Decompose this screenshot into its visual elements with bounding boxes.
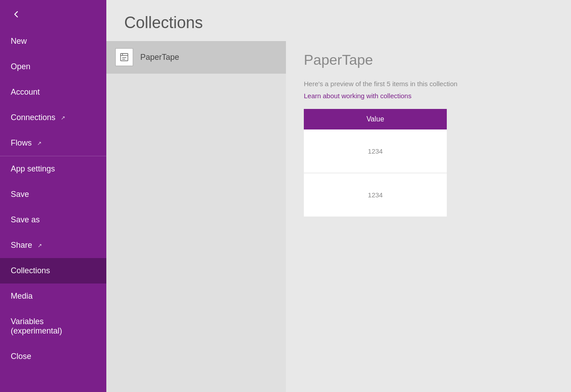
back-button[interactable] — [0, 0, 106, 29]
collection-item-papertape[interactable]: PaperTape — [106, 41, 286, 74]
sidebar-item-flows[interactable]: Flows ↗ — [0, 130, 106, 156]
preview-panel: PaperTape Here's a preview of the first … — [286, 41, 571, 392]
sidebar-item-new[interactable]: New — [0, 29, 106, 54]
sidebar-nav: New Open Account Connections ↗ Flows ↗ A… — [0, 29, 106, 392]
external-link-icon: ↗ — [61, 115, 65, 121]
main-area: Collections PaperTape PaperTape — [106, 0, 571, 392]
table-cell-value-2: 1234 — [304, 173, 447, 217]
page-header: Collections — [106, 0, 571, 41]
page-title: Collections — [124, 13, 553, 32]
sidebar-item-media[interactable]: Media — [0, 284, 106, 309]
preview-link[interactable]: Learn about working with collections — [304, 92, 411, 100]
collections-list: PaperTape — [106, 41, 286, 392]
sidebar-item-collections[interactable]: Collections — [0, 258, 106, 284]
preview-title: PaperTape — [304, 52, 553, 68]
sidebar-item-save[interactable]: Save — [0, 182, 106, 207]
sidebar-item-connections[interactable]: Connections ↗ — [0, 105, 106, 130]
collection-name: PaperTape — [140, 53, 179, 62]
external-link-icon: ↗ — [38, 242, 42, 249]
content-area: PaperTape PaperTape Here's a preview of … — [106, 41, 571, 392]
sidebar-item-save-as[interactable]: Save as — [0, 207, 106, 233]
svg-rect-0 — [121, 54, 128, 61]
table-cell-value-1: 1234 — [304, 129, 447, 173]
sidebar-item-variables[interactable]: Variables (experimental) — [0, 309, 106, 344]
sidebar-item-share[interactable]: Share ↗ — [0, 233, 106, 258]
collection-icon — [115, 48, 133, 66]
external-link-icon: ↗ — [37, 140, 42, 146]
preview-description: Here's a preview of the first 5 items in… — [304, 79, 553, 89]
table-row: 1234 — [304, 129, 447, 173]
table-header-value: Value — [304, 109, 447, 129]
sidebar-item-open[interactable]: Open — [0, 54, 106, 79]
sidebar-item-close[interactable]: Close — [0, 344, 106, 369]
preview-table: Value 1234 1234 — [304, 109, 447, 217]
sidebar: New Open Account Connections ↗ Flows ↗ A… — [0, 0, 106, 392]
sidebar-item-app-settings[interactable]: App settings — [0, 156, 106, 182]
table-row: 1234 — [304, 173, 447, 217]
sidebar-item-account[interactable]: Account — [0, 79, 106, 105]
